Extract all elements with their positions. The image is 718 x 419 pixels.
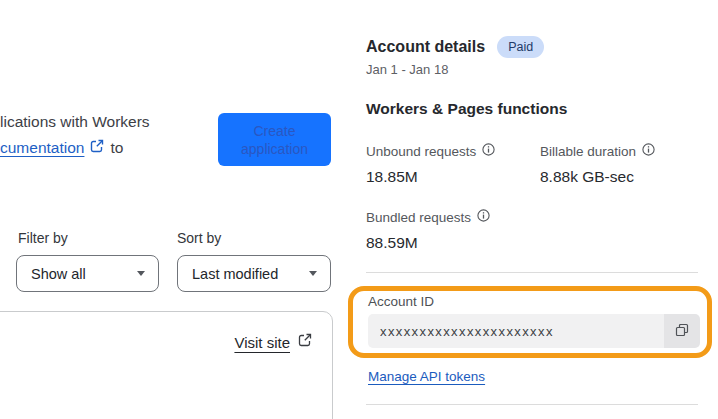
stat-billable-duration: Billable duration 8.88k GB-sec (540, 143, 655, 186)
visit-site-link[interactable]: Visit site (234, 334, 290, 351)
stat-label: Unbound requests (366, 144, 476, 159)
info-icon[interactable] (477, 209, 490, 225)
info-icon[interactable] (482, 143, 495, 159)
intro-text: lications with Workers cumentation to (0, 109, 150, 161)
stat-bundled-requests: Bundled requests 88.59M (366, 209, 490, 252)
usage-section-title: Workers & Pages functions (366, 100, 567, 118)
intro-line-2-suffix: to (110, 135, 123, 161)
account-details-header: Account details Paid (366, 36, 544, 58)
account-details-title: Account details (366, 38, 485, 56)
manage-api-tokens-link[interactable]: Manage API tokens (368, 369, 485, 384)
divider (366, 404, 698, 405)
copy-icon (674, 322, 690, 341)
project-card: Visit site (0, 311, 333, 419)
chevron-down-icon (309, 271, 317, 276)
filter-dropdown-value: Show all (31, 266, 86, 282)
documentation-link[interactable]: cumentation (0, 135, 84, 161)
intro-line-1: lications with Workers (0, 109, 150, 135)
paid-plan-badge: Paid (497, 36, 544, 58)
intro-line-2: cumentation to (0, 135, 150, 161)
external-link-icon (90, 135, 104, 161)
visit-site: Visit site (234, 333, 312, 351)
workers-pages-dashboard: lications with Workers cumentation to Cr… (0, 0, 718, 419)
stat-label: Bundled requests (366, 210, 471, 225)
account-id-field-group (368, 314, 700, 348)
sort-by-label: Sort by (177, 230, 221, 246)
sort-dropdown-value: Last modified (192, 266, 278, 282)
external-link-icon (298, 333, 312, 351)
stat-unbound-requests: Unbound requests 18.85M (366, 143, 495, 186)
create-application-button[interactable]: Create application (218, 113, 331, 166)
account-id-label: Account ID (368, 294, 434, 309)
chevron-down-icon (137, 271, 145, 276)
info-icon[interactable] (642, 143, 655, 159)
sort-dropdown[interactable]: Last modified (177, 255, 331, 292)
divider (366, 272, 698, 273)
filter-by-label: Filter by (18, 230, 68, 246)
account-id-input[interactable] (368, 314, 664, 348)
copy-button[interactable] (664, 314, 700, 348)
date-range: Jan 1 - Jan 18 (366, 62, 448, 77)
filter-dropdown[interactable]: Show all (16, 255, 159, 292)
stat-value: 8.88k GB-sec (540, 168, 655, 186)
stat-label: Billable duration (540, 144, 636, 159)
stat-value: 18.85M (366, 168, 495, 186)
stat-value: 88.59M (366, 234, 490, 252)
